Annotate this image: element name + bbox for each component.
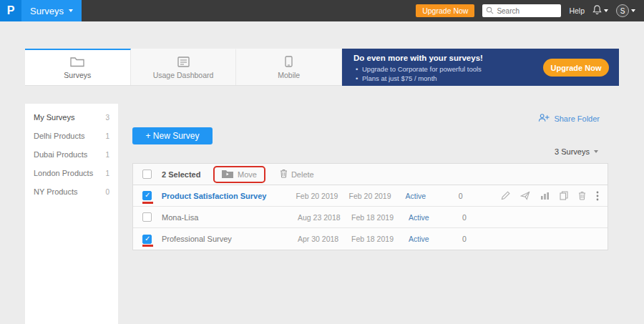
chevron-down-icon bbox=[69, 9, 73, 12]
upgrade-now-button[interactable]: Upgrade Now bbox=[416, 4, 474, 17]
top-bar: P Surveys Upgrade Now Help S bbox=[0, 0, 644, 21]
sidebar-item-delhi-products[interactable]: Delhi Products 1 bbox=[25, 127, 118, 145]
responses-count: 0 bbox=[462, 235, 505, 243]
selection-bar: 2 Selected Move Delete bbox=[133, 164, 608, 185]
avatar: S bbox=[616, 4, 629, 17]
row-checkbox[interactable] bbox=[142, 191, 152, 200]
tab-usage-dashboard-label: Usage Dashboard bbox=[153, 71, 214, 79]
sidebar-item-count: 0 bbox=[105, 188, 109, 196]
stats-icon[interactable] bbox=[540, 192, 550, 200]
row-checkbox[interactable] bbox=[142, 212, 152, 222]
sidebar-item-label: Delhi Products bbox=[34, 132, 85, 140]
app-logo-letter: P bbox=[7, 4, 15, 17]
selected-count-label: 2 Selected bbox=[162, 170, 206, 179]
row-check-cell bbox=[133, 228, 162, 250]
surveys-table: 2 Selected Move Delete Product Satisfact… bbox=[132, 163, 608, 250]
trash-icon bbox=[280, 169, 288, 180]
promo-upgrade-button[interactable]: Upgrade Now bbox=[543, 59, 609, 77]
trash-icon[interactable] bbox=[578, 191, 586, 200]
survey-name-link[interactable]: Product Satisfaction Survey bbox=[162, 192, 296, 200]
modified-date: Feb 18 2019 bbox=[351, 235, 409, 243]
sidebar-item-label: My Surveys bbox=[34, 113, 74, 122]
row-check-cell bbox=[133, 185, 162, 206]
responses-count: 0 bbox=[462, 213, 505, 222]
edit-icon[interactable] bbox=[501, 191, 510, 200]
topbar-right: Upgrade Now Help S bbox=[416, 4, 644, 18]
sidebar-item-dubai-products[interactable]: Dubai Products 1 bbox=[25, 145, 118, 164]
share-folder-label: Share Folder bbox=[554, 114, 600, 123]
sidebar-item-label: NY Products bbox=[34, 187, 78, 196]
sidebar-item-label: Dubai Products bbox=[34, 150, 87, 159]
created-date: Feb 20 2019 bbox=[296, 192, 348, 200]
status-label: Active bbox=[406, 192, 459, 200]
chevron-down-icon bbox=[604, 9, 608, 12]
account-menu[interactable]: S bbox=[616, 4, 635, 17]
tab-mobile-label: Mobile bbox=[278, 71, 300, 79]
more-options-icon[interactable] bbox=[596, 191, 599, 201]
chevron-down-icon bbox=[631, 9, 635, 12]
tabs-card: Surveys Usage Dashboard Mobile bbox=[25, 49, 342, 86]
chevron-down-icon bbox=[594, 150, 598, 153]
dashboard-icon bbox=[177, 57, 190, 69]
move-button[interactable]: Move bbox=[222, 170, 257, 180]
sidebar-item-ny-products[interactable]: NY Products 0 bbox=[25, 182, 118, 201]
tab-surveys-label: Surveys bbox=[64, 71, 91, 79]
status-label: Active bbox=[409, 213, 462, 222]
select-all-checkbox[interactable] bbox=[142, 170, 152, 179]
row-actions bbox=[501, 191, 608, 201]
delete-button[interactable]: Delete bbox=[280, 169, 314, 180]
notifications-menu[interactable] bbox=[592, 4, 608, 18]
annotation-underline bbox=[142, 245, 153, 247]
sidebar-item-london-products[interactable]: London Products 1 bbox=[25, 164, 118, 182]
responses-count: 0 bbox=[459, 192, 501, 200]
sidebar-item-count: 1 bbox=[105, 132, 109, 140]
modified-date: Feb 18 2019 bbox=[351, 213, 409, 222]
survey-name-link[interactable]: Professional Survey bbox=[162, 235, 298, 243]
select-all-cell bbox=[133, 164, 162, 185]
survey-count-label: 3 Surveys bbox=[555, 147, 590, 156]
tab-mobile[interactable]: Mobile bbox=[236, 49, 342, 85]
table-row: Mona-Lisa Aug 23 2018 Feb 18 2019 Active… bbox=[133, 207, 608, 228]
created-date: Aug 23 2018 bbox=[298, 213, 351, 222]
row-check-cell bbox=[133, 207, 162, 227]
modified-date: Feb 20 2019 bbox=[349, 192, 406, 200]
bell-icon bbox=[592, 4, 602, 18]
surveys-menu-label: Surveys bbox=[30, 6, 64, 16]
table-row: Professional Survey Apr 30 2018 Feb 18 2… bbox=[133, 228, 608, 250]
sidebar-item-label: London Products bbox=[34, 169, 93, 177]
folders-sidebar: My Surveys 3 Delhi Products 1 Dubai Prod… bbox=[25, 104, 118, 324]
move-folder-icon bbox=[222, 170, 233, 180]
help-link[interactable]: Help bbox=[569, 6, 585, 15]
tab-surveys[interactable]: Surveys bbox=[25, 49, 131, 85]
search-icon bbox=[486, 4, 494, 17]
send-icon[interactable] bbox=[520, 191, 530, 200]
table-row: Product Satisfaction Survey Feb 20 2019 … bbox=[133, 185, 608, 207]
move-button-label: Move bbox=[238, 170, 257, 179]
copy-icon[interactable] bbox=[560, 191, 568, 200]
mobile-icon bbox=[285, 56, 293, 69]
search-box[interactable] bbox=[482, 4, 561, 17]
sidebar-item-my-surveys[interactable]: My Surveys 3 bbox=[25, 108, 118, 127]
share-folder-button[interactable]: Share Folder bbox=[538, 113, 600, 124]
tab-usage-dashboard[interactable]: Usage Dashboard bbox=[131, 49, 237, 85]
person-plus-icon bbox=[538, 113, 550, 124]
status-label: Active bbox=[409, 235, 462, 243]
new-survey-button[interactable]: + New Survey bbox=[132, 127, 213, 144]
delete-button-label: Delete bbox=[291, 170, 314, 179]
sidebar-item-count: 1 bbox=[105, 170, 109, 177]
folder-icon bbox=[70, 57, 84, 69]
app-logo[interactable]: P bbox=[0, 0, 21, 21]
annotation-box: Move bbox=[213, 166, 265, 183]
sidebar-item-count: 3 bbox=[105, 114, 109, 122]
surveys-menu[interactable]: Surveys bbox=[21, 0, 82, 21]
created-date: Apr 30 2018 bbox=[298, 235, 351, 243]
survey-count-dropdown[interactable]: 3 Surveys bbox=[555, 147, 598, 156]
row-checkbox[interactable] bbox=[142, 235, 152, 244]
sidebar-item-count: 1 bbox=[105, 151, 109, 159]
survey-name-link[interactable]: Mona-Lisa bbox=[162, 213, 298, 222]
promo-banner: Do even more with your surveys! Upgrade … bbox=[342, 49, 619, 86]
annotation-underline bbox=[142, 202, 153, 204]
search-input[interactable] bbox=[497, 7, 555, 15]
